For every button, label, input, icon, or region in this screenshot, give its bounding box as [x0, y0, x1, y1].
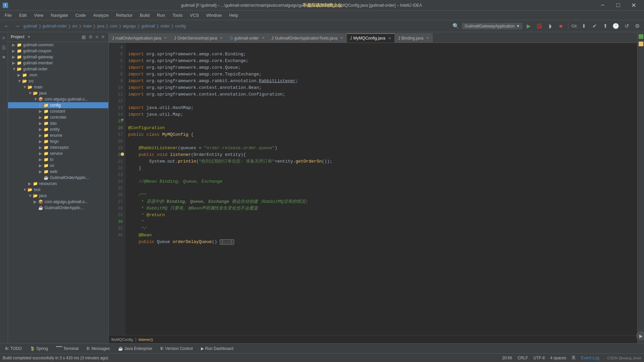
tab-spring[interactable]: 🍃 Spring: [27, 346, 51, 352]
tree-item-appclass[interactable]: ☕ GulimallOrderApplic...: [8, 175, 108, 181]
scroll-to-end[interactable]: ▶: [636, 331, 644, 341]
menu-vcs[interactable]: VCS: [186, 11, 202, 19]
back-button[interactable]: ←: [2, 21, 11, 31]
code-editor[interactable]: 4 5 6 7 8 9 10 11 12 13 14 15 16 17 18 1…: [109, 43, 637, 335]
tree-item-to[interactable]: ▶ 📁 to: [8, 157, 108, 163]
tree-item-constant[interactable]: ▶ 📁 constant: [8, 108, 108, 114]
close-tab-mallorderapp[interactable]: ✕: [164, 36, 167, 40]
run-with-coverage[interactable]: ◗: [545, 21, 555, 31]
breadcrumb-src[interactable]: src: [72, 24, 77, 28]
tab-binding[interactable]: J Binding.java ✕: [395, 33, 433, 43]
breadcrumb-file[interactable]: MyMQConfig: [111, 338, 133, 342]
tab-todo[interactable]: 6: TODO: [3, 346, 24, 352]
tree-item-main[interactable]: ▼ 📂 main: [8, 84, 108, 90]
maximize-button[interactable]: □: [610, 0, 626, 11]
tab-messages[interactable]: 0: Messages: [84, 346, 112, 352]
sidebar-scope-icon[interactable]: ▦: [81, 34, 87, 40]
sidebar-close-icon[interactable]: ✕: [100, 34, 106, 40]
tree-item-src[interactable]: ▼ 📂 src: [8, 78, 108, 84]
menu-view[interactable]: View: [31, 11, 47, 19]
event-log[interactable]: Event Log: [581, 356, 599, 360]
git-update[interactable]: ⬇: [579, 21, 588, 31]
tree-item-dao[interactable]: ▶ 📁 dao: [8, 120, 108, 126]
git-revert[interactable]: ↺: [622, 21, 631, 31]
run-button[interactable]: ▶: [524, 21, 533, 31]
breadcrumb-config[interactable]: config: [175, 24, 186, 28]
tree-item-gateway[interactable]: ▶ 📁 gulimall-gateway: [8, 54, 108, 60]
breadcrumb-gulimall2[interactable]: gulimall: [141, 24, 155, 28]
close-tab-gulimall-order[interactable]: ✕: [262, 36, 265, 40]
menu-edit[interactable]: Edit: [16, 11, 30, 19]
indent[interactable]: 4 spaces: [550, 356, 566, 360]
git-info[interactable]: 英: [572, 355, 576, 361]
tree-item-test-java[interactable]: ▼ 📂 java: [8, 193, 108, 199]
breadcrumb-method[interactable]: listener(): [139, 338, 153, 342]
tab-version-control[interactable]: 9: Version Control: [158, 346, 196, 352]
tree-item-mvn[interactable]: ▶ 📁 .mvn: [8, 72, 108, 78]
tree-item-java[interactable]: ▼ 📂 java: [8, 90, 108, 96]
tab-mallorderapp[interactable]: J mallOrderApplication.java ✕: [109, 33, 171, 43]
breadcrumb-com[interactable]: com: [110, 24, 117, 28]
menu-navigate[interactable]: Navigate: [47, 11, 71, 19]
close-tab-orderserviceimpl[interactable]: ✕: [220, 36, 223, 40]
tab-mymqconfig[interactable]: J MyMQConfig.java ✕: [347, 33, 395, 43]
tree-item-feign[interactable]: ▶ 📁 feign: [8, 138, 108, 144]
line-col[interactable]: 20:66: [502, 356, 512, 360]
git-push[interactable]: ⬆: [600, 21, 610, 31]
breadcrumb-order[interactable]: gulimall-order: [43, 24, 67, 28]
favorites-icon[interactable]: ★: [1, 54, 7, 60]
menu-file[interactable]: File: [1, 11, 15, 19]
debug-button[interactable]: 🐞: [535, 21, 544, 31]
tree-item-coupon[interactable]: ▶ 📁 gulimall-coupon: [8, 48, 108, 54]
breadcrumb-main[interactable]: main: [83, 24, 92, 28]
menu-window[interactable]: Window: [203, 11, 225, 19]
tree-item-common[interactable]: ▶ 📁 gulimall-common: [8, 42, 108, 48]
close-tab-mymqconfig[interactable]: ✕: [388, 36, 391, 41]
tree-item-config[interactable]: ▶ 📁 config: [8, 102, 108, 108]
menu-help[interactable]: Help: [226, 11, 241, 19]
breadcrumb-gulimall[interactable]: gulimall: [23, 24, 37, 28]
git-commit[interactable]: ✔: [590, 21, 599, 31]
menu-run[interactable]: Run: [154, 11, 168, 19]
menu-refactor[interactable]: Refactor: [113, 11, 136, 19]
tab-run-dashboard[interactable]: ▶ Run Dashboard: [198, 346, 236, 352]
sidebar-settings-icon[interactable]: ⚙: [88, 34, 94, 40]
tree-item-entity[interactable]: ▶ 📁 entity: [8, 126, 108, 132]
tree-item-order[interactable]: ▼ 📂 gulimall-order: [8, 66, 108, 72]
tab-java-enterprise[interactable]: ☕ Java Enterprise: [115, 346, 155, 352]
tree-item-interceptor[interactable]: ▶ 📁 interceptor: [8, 144, 108, 150]
tree-item-package[interactable]: ▼ 📦 com.atguigu.gulimall.o...: [8, 96, 108, 102]
tab-terminal[interactable]: ▔▔ Terminal: [53, 346, 81, 352]
run-config-selector[interactable]: GulimallGatewayApplication ▼: [462, 23, 523, 29]
tree-item-vo[interactable]: ▶ 📁 vo: [8, 163, 108, 169]
breadcrumb-atguigu[interactable]: atguigu: [123, 24, 136, 28]
tree-item-resources[interactable]: ▶ 📁 resources: [8, 181, 108, 187]
tab-orderapptest[interactable]: J GulimallOrderApplicationTests.java ✕: [268, 33, 347, 43]
close-tab-orderapptest[interactable]: ✕: [340, 36, 343, 40]
project-icon[interactable]: P: [1, 35, 7, 42]
menu-code[interactable]: Code: [72, 11, 89, 19]
minimize-button[interactable]: −: [595, 0, 610, 11]
tree-item-controller[interactable]: ▶ 📁 controller: [8, 114, 108, 120]
git-history[interactable]: 🕐: [611, 21, 621, 31]
tree-item-service[interactable]: ▶ 📁 service: [8, 150, 108, 157]
tab-gulimall-order[interactable]: G gulimall-order ✕: [226, 33, 268, 43]
search-button[interactable]: 🔍: [451, 21, 461, 31]
structure-icon[interactable]: ☰: [1, 44, 7, 51]
tree-item-test-package[interactable]: ▶ 📦 com.atguigu.gulimall.o...: [8, 199, 108, 205]
tree-item-enume[interactable]: ▶ 📁 enume: [8, 132, 108, 138]
breadcrumb-java[interactable]: java: [97, 24, 104, 28]
tree-item-member[interactable]: ▶ 📁 gulimall-member: [8, 60, 108, 66]
charset[interactable]: UTF-8: [533, 356, 545, 360]
close-button[interactable]: ✕: [626, 0, 641, 11]
tree-item-test[interactable]: ▼ 📂 test: [8, 187, 108, 193]
close-tab-binding[interactable]: ✕: [426, 36, 429, 40]
tree-item-test-appclass[interactable]: ☕ GulimallOrderApplic...: [8, 205, 108, 211]
code-content[interactable]: import org.springframework.amqp.core.Bin…: [125, 43, 637, 335]
menu-analyze[interactable]: Analyze: [90, 11, 112, 19]
menu-tools[interactable]: Tools: [169, 11, 186, 19]
breadcrumb-order2[interactable]: order: [160, 24, 170, 28]
sidebar-collapse-icon[interactable]: ≡: [95, 34, 99, 40]
settings-button[interactable]: ⚙: [633, 21, 642, 31]
line-ending[interactable]: CRLF: [518, 356, 528, 360]
